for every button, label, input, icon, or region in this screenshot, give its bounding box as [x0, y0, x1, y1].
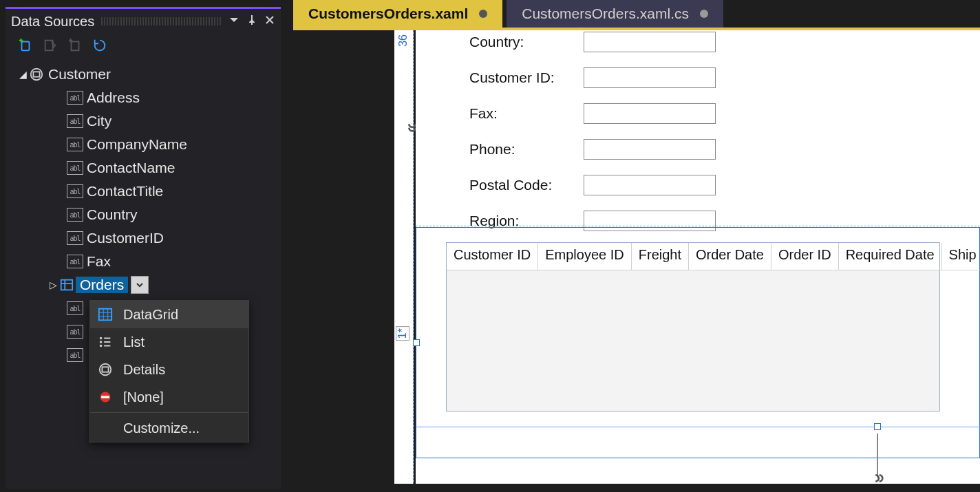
row-ruler[interactable]: 36 1* — [394, 30, 414, 484]
field-label: Address — [84, 89, 140, 106]
ruler-value: 36 — [397, 34, 409, 47]
form-row: Phone: — [469, 139, 716, 160]
menu-item-details[interactable]: Details — [90, 356, 248, 383]
string-field-icon: abl — [66, 184, 84, 198]
orders-datagrid[interactable]: Customer IDEmployee IDFreightOrder DateO… — [446, 242, 940, 411]
pin-icon[interactable] — [246, 14, 257, 28]
string-field-icon: abl — [66, 231, 84, 245]
menu-label: DataGrid — [123, 307, 178, 323]
string-field-icon: abl — [66, 91, 84, 105]
string-field-icon: abl — [66, 301, 84, 315]
tree-field[interactable]: ablCustomerID — [18, 226, 281, 250]
details-icon — [97, 362, 114, 377]
grid-column-header[interactable]: Customer ID — [447, 243, 538, 270]
field-label: Fax — [84, 253, 111, 270]
document-tabs: CustomersOrders.xaml CustomersOrders.xam… — [293, 0, 980, 28]
form-row: Postal Code: — [469, 175, 716, 195]
orders-control-menu[interactable]: DataGrid List Details [None] Customize..… — [89, 300, 249, 442]
resize-handle[interactable] — [874, 423, 881, 430]
grid-column-header[interactable]: Ship — [942, 243, 980, 270]
field-label: City — [84, 113, 111, 129]
form-label: Region: — [469, 213, 584, 229]
form-input[interactable] — [584, 32, 716, 52]
tree-field[interactable]: ablCity — [18, 109, 281, 133]
menu-item-datagrid[interactable]: DataGrid — [90, 301, 248, 328]
form-input[interactable] — [584, 67, 716, 88]
svg-point-8 — [100, 341, 103, 343]
string-field-icon: abl — [66, 348, 84, 362]
form-input[interactable] — [584, 139, 716, 160]
svg-rect-0 — [22, 42, 30, 51]
grid-header: Customer IDEmployee IDFreightOrder DateO… — [447, 243, 939, 270]
form-row: Region: — [469, 211, 716, 231]
svg-point-10 — [100, 364, 111, 376]
tree-field[interactable]: ablContactName — [18, 156, 281, 180]
grid-column-header[interactable]: Freight — [632, 243, 689, 270]
list-icon — [97, 334, 114, 350]
designer-surface[interactable]: Country: Customer ID: Fax: Phone: Postal… — [416, 30, 980, 484]
tree-root-customer[interactable]: ◢ Customer — [18, 63, 281, 86]
menu-item-customize[interactable]: Customize... — [90, 414, 248, 442]
link-icon[interactable] — [870, 471, 885, 486]
form-input[interactable] — [584, 211, 716, 231]
svg-point-7 — [100, 337, 103, 340]
tree-field[interactable]: ablContactTitle — [18, 180, 281, 203]
none-icon — [97, 390, 114, 404]
form-row: Fax: — [469, 103, 716, 124]
menu-label: Customize... — [123, 420, 200, 436]
svg-rect-4 — [33, 72, 39, 76]
string-field-icon: abl — [66, 208, 84, 222]
resize-handle[interactable] — [413, 339, 420, 346]
string-field-icon: abl — [66, 161, 84, 175]
svg-point-3 — [31, 69, 43, 81]
refresh-icon[interactable] — [92, 38, 107, 56]
tree-field[interactable]: ablCountry — [18, 203, 281, 226]
svg-rect-5 — [61, 280, 73, 290]
tab-xaml[interactable]: CustomersOrders.xaml — [293, 0, 502, 28]
tab-label: CustomersOrders.xaml — [308, 6, 468, 22]
field-label: ContactName — [84, 160, 175, 176]
add-datasource-icon[interactable] — [18, 38, 33, 56]
menu-item-list[interactable]: List — [90, 328, 248, 356]
field-label: CompanyName — [84, 136, 187, 153]
new-dataset-icon[interactable] — [67, 38, 83, 56]
panel-title: Data Sources — [11, 14, 94, 30]
grid-column-header[interactable]: Employee ID — [538, 243, 632, 270]
grid-guide — [416, 427, 980, 427]
menu-label: [None] — [123, 389, 164, 405]
menu-item-none[interactable]: [None] — [90, 383, 248, 411]
svg-rect-13 — [101, 396, 109, 398]
svg-point-9 — [100, 345, 103, 347]
grid-column-header[interactable]: Required Date — [839, 243, 942, 270]
grid-guide — [416, 226, 980, 226]
entity-icon — [28, 67, 45, 82]
svg-rect-6 — [99, 309, 111, 321]
unsaved-dot-icon — [700, 10, 708, 18]
menu-label: List — [123, 334, 145, 350]
tree-root-label: Customer — [45, 66, 111, 83]
field-label: Country — [84, 206, 138, 223]
field-label: CustomerID — [84, 230, 164, 246]
grid-column-header[interactable]: Order Date — [689, 243, 771, 270]
orders-dropdown-button[interactable] — [131, 276, 149, 294]
form-label: Country: — [469, 34, 584, 50]
svg-rect-11 — [102, 367, 108, 372]
grid-column-header[interactable]: Order ID — [771, 243, 839, 270]
dropdown-icon[interactable] — [228, 14, 239, 28]
ruler-star: 1* — [396, 326, 409, 341]
edit-datasource-icon[interactable] — [43, 38, 58, 56]
form-input[interactable] — [584, 175, 716, 195]
string-field-icon: abl — [66, 114, 84, 128]
tree-field[interactable]: ablCompanyName — [18, 133, 281, 156]
close-icon[interactable] — [264, 14, 275, 28]
menu-label: Details — [123, 362, 165, 378]
drag-handle[interactable] — [101, 17, 222, 25]
tree-field[interactable]: ablAddress — [18, 86, 281, 109]
tab-xaml-cs[interactable]: CustomersOrders.xaml.cs — [507, 0, 723, 28]
tree-node-orders[interactable]: ▷ Orders — [18, 273, 281, 297]
menu-separator — [90, 412, 248, 413]
form-input[interactable] — [584, 103, 716, 124]
tree-field[interactable]: ablFax — [18, 250, 281, 273]
string-field-icon: abl — [66, 138, 84, 151]
datagrid-icon — [97, 307, 114, 322]
